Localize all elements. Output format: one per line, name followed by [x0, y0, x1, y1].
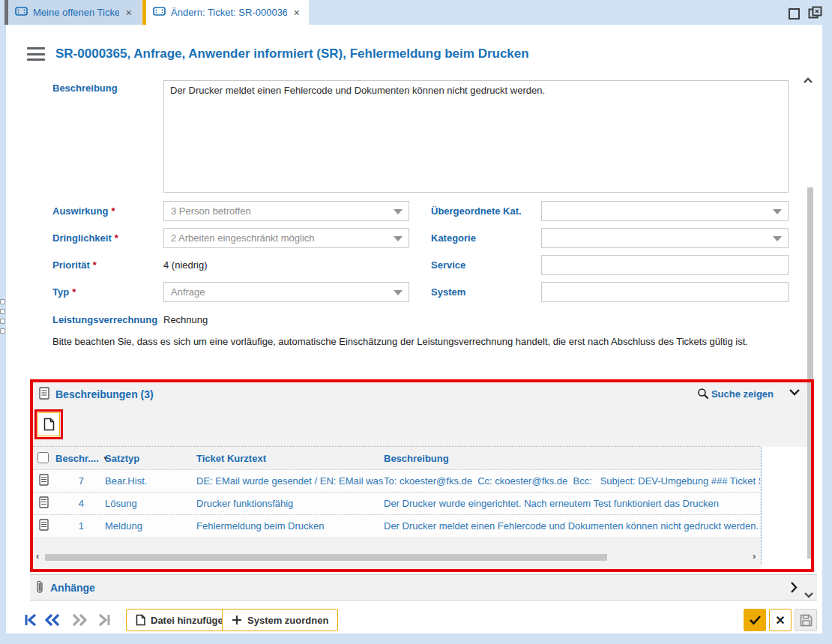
horizontal-scrollbar-thumb[interactable] [45, 554, 607, 561]
last-record-button[interactable] [97, 614, 111, 628]
save-button[interactable] [795, 609, 817, 631]
show-search-button[interactable]: Suche zeigen [697, 388, 774, 400]
field-label-kategorie: Kategorie [431, 232, 476, 244]
anhaenge-section-title: Anhänge [50, 582, 95, 594]
billing-notice-text: Bitte beachten Sie, dass es sich um eine… [52, 336, 802, 347]
auswirkung-select: 3 Person betroffen [163, 201, 409, 221]
tab-label: Meine offenen Tickets [33, 7, 119, 18]
text-document-icon [39, 519, 55, 533]
assign-system-button[interactable]: System zuordnen [222, 609, 338, 631]
ticket-icon [15, 7, 28, 18]
tab-meine-offenen-tickets[interactable]: Meine offenen Tickets × [4, 0, 141, 25]
chevron-down-icon [394, 236, 403, 241]
scroll-down-icon[interactable] [804, 589, 814, 601]
beschreibungen-panel-header: Beschreibungen (3) Suche zeigen [33, 382, 811, 406]
close-icon[interactable]: × [124, 6, 133, 19]
expand-section-icon[interactable] [790, 581, 798, 596]
check-icon [749, 615, 762, 625]
column-header-beschr[interactable]: Beschr....▼ [55, 453, 105, 464]
cell-kurztext[interactable]: Fehlermeldung beim Drucken [196, 520, 384, 532]
chevron-down-icon [773, 209, 782, 214]
field-label-uebergeordnete-kat: Übergeordnete Kat. [431, 205, 522, 217]
chevron-down-icon [773, 236, 782, 241]
beschreibung-textarea[interactable]: Der Drucker meldet einen Fehlercode und … [163, 80, 789, 193]
system-input[interactable] [541, 282, 789, 302]
field-label-dringlichkeit: Dringlichkeit* [52, 232, 118, 244]
field-label-system: System [431, 286, 465, 298]
cell-satztyp[interactable]: Lösung [105, 498, 196, 509]
cell-nr[interactable]: 7 [55, 475, 84, 487]
tab-bar: Meine offenen Tickets × Ändern: Ticket: … [0, 0, 832, 25]
divider [33, 446, 760, 447]
previous-record-button[interactable] [45, 614, 60, 628]
annotation-highlight-box [34, 409, 63, 439]
field-label-auswirkung: Auswirkung* [52, 205, 115, 217]
field-label-beschreibung: Beschreibung [52, 82, 118, 94]
field-label-service: Service [431, 259, 465, 271]
menu-icon[interactable] [27, 47, 45, 61]
typ-select: Anfrage [163, 282, 409, 302]
cell-beschreibung[interactable]: To: ckoester@fks.de Cc: ckoester@fks.de … [384, 475, 760, 487]
close-icon[interactable]: × [292, 6, 301, 19]
scroll-up-icon[interactable] [803, 75, 813, 86]
collapse-section-icon[interactable] [789, 387, 801, 398]
field-label-prioritaet: Priorität* [52, 259, 97, 271]
tab-aendern-ticket[interactable]: Ändern: Ticket: SR-0000365,... × [142, 0, 309, 25]
floppy-disk-icon [800, 614, 813, 627]
scroll-right-icon[interactable]: › [753, 550, 756, 562]
table-row[interactable]: 7 Bear.Hist. DE: EMail wurde gesendet / … [33, 469, 760, 492]
chevron-down-icon [394, 290, 403, 295]
beschreibungen-panel-title: Beschreibungen (3) [55, 388, 154, 400]
uebergeordnete-kat-select[interactable] [541, 201, 789, 221]
confirm-button[interactable] [744, 609, 766, 631]
file-icon [136, 614, 145, 626]
column-header-satztyp[interactable]: Satztyp [105, 453, 196, 464]
kategorie-select[interactable] [541, 228, 789, 248]
column-header-beschreibung[interactable]: Beschreibung [384, 453, 760, 464]
first-record-button[interactable] [24, 614, 37, 628]
cell-satztyp[interactable]: Meldung [105, 520, 196, 532]
chevron-down-icon [394, 209, 403, 214]
scroll-left-icon[interactable]: ‹ [36, 550, 39, 562]
column-header-kurztext[interactable]: Ticket Kurztext [196, 453, 384, 464]
divider [761, 447, 762, 565]
page-title: SR-0000365, Anfrage, Anwender informiert… [55, 46, 529, 61]
text-document-icon [39, 496, 55, 511]
cell-beschreibung[interactable]: Der Drucker meldet einen Fehlercode und … [384, 520, 760, 532]
cell-beschreibung[interactable]: Der Drucker wurde eingerichtet. Nach ern… [384, 498, 760, 509]
paperclip-icon [36, 580, 43, 596]
search-icon [697, 388, 709, 400]
table-header-row: Beschr....▼ Satztyp Ticket Kurztext Besc… [33, 448, 760, 469]
document-icon [39, 387, 49, 402]
cell-kurztext[interactable]: DE: EMail wurde gesendet / EN: EMail was… [196, 475, 384, 487]
new-description-button[interactable] [37, 412, 60, 436]
open-in-window-icon[interactable] [808, 6, 822, 22]
field-label-leistungsverrechnung: Leistungsverrechnung [52, 314, 157, 325]
new-document-icon [43, 418, 55, 431]
service-input[interactable] [541, 255, 789, 275]
table-row[interactable]: 1 Meldung Fehlermeldung beim Drucken Der… [33, 514, 760, 537]
cell-nr[interactable]: 4 [55, 498, 84, 509]
cancel-button[interactable]: ✕ [769, 609, 792, 631]
prioritaet-value: 4 (niedrig) [163, 259, 208, 271]
table-row[interactable]: 4 Lösung Drucker funktionsfähig Der Druc… [33, 492, 760, 514]
maximize-icon[interactable] [789, 8, 800, 19]
cell-kurztext[interactable]: Drucker funktionsfähig [196, 498, 384, 509]
text-document-icon [39, 474, 55, 488]
tab-label: Ändern: Ticket: SR-0000365,... [171, 7, 287, 18]
cell-nr[interactable]: 1 [55, 520, 84, 532]
leistungsverrechnung-value: Rechnung [163, 314, 208, 325]
horizontal-scrollbar: ‹ › [33, 552, 760, 562]
ticket-icon [153, 7, 166, 18]
cell-satztyp[interactable]: Bear.Hist. [105, 475, 196, 487]
plus-icon [232, 615, 242, 625]
panel-drag-handle[interactable] [0, 298, 7, 334]
anhaenge-section-header[interactable]: Anhänge [30, 574, 817, 601]
footer-toolbar: Datei hinzufügen System zuordnen ✕ [6, 607, 822, 634]
dringlichkeit-select: 2 Arbeiten eingeschränkt möglich [163, 228, 409, 248]
field-label-typ: Typ* [52, 286, 76, 298]
select-all-checkbox[interactable] [37, 452, 49, 463]
next-record-button[interactable] [72, 614, 87, 628]
